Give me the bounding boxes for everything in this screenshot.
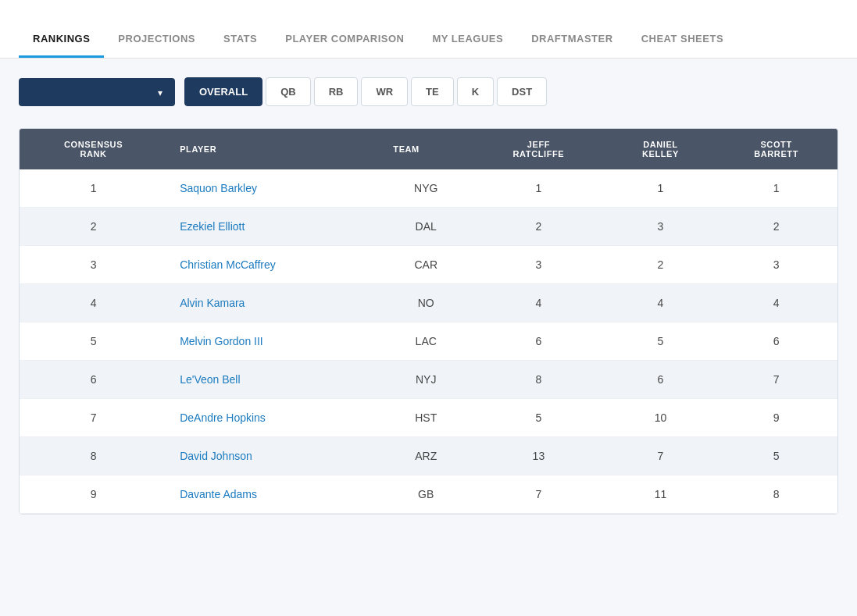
cell-team: DAL <box>380 208 471 246</box>
position-button-qb[interactable]: QB <box>266 77 311 106</box>
nav-item-cheat-sheets[interactable]: CHEAT SHEETS <box>627 22 737 58</box>
cell-scott-barrett: 2 <box>715 208 837 246</box>
nav-item-projections[interactable]: PROJECTIONS <box>104 22 209 58</box>
nav-item-stats[interactable]: STATS <box>209 22 271 58</box>
position-button-wr[interactable]: WR <box>361 77 408 106</box>
ranking-type-dropdown[interactable]: ▾ <box>19 78 175 106</box>
cell-team: NYG <box>380 169 471 208</box>
cell-scott-barrett: 7 <box>715 361 837 399</box>
column-header-jeff-ratcliffe: JEFFRATCLIFFE <box>471 129 606 169</box>
cell-jeff-ratcliffe: 7 <box>471 475 606 514</box>
cell-player-name[interactable]: David Johnson <box>167 437 380 475</box>
cell-jeff-ratcliffe: 1 <box>471 169 606 208</box>
cell-scott-barrett: 1 <box>715 169 837 208</box>
cell-daniel-kelley: 1 <box>606 169 716 208</box>
rankings-table-wrapper: CONSENSUSRANKPLAYERTEAMJEFFRATCLIFFEDANI… <box>19 128 838 515</box>
cell-team: LAC <box>380 322 471 361</box>
cell-scott-barrett: 3 <box>715 246 837 284</box>
nav-item-rankings[interactable]: RANKINGS <box>19 22 104 58</box>
ranking-type-value: ▾ <box>31 87 162 98</box>
table-row: 6Le'Veon BellNYJ867 <box>20 361 837 399</box>
cell-player-name[interactable]: Saquon Barkley <box>167 169 380 208</box>
table-row: 2Ezekiel ElliottDAL232 <box>20 208 837 246</box>
cell-consensus-rank: 5 <box>20 322 167 361</box>
cell-consensus-rank: 8 <box>20 437 167 475</box>
cell-daniel-kelley: 7 <box>606 437 716 475</box>
column-header-team: TEAM <box>380 129 471 169</box>
table-row: 1Saquon BarkleyNYG111 <box>20 169 837 208</box>
cell-consensus-rank: 4 <box>20 284 167 322</box>
main-content: ▾ OVERALLQBRBWRTEKDST CONSENSUSRANKPLAYE… <box>0 59 857 533</box>
cell-daniel-kelley: 6 <box>606 361 716 399</box>
cell-jeff-ratcliffe: 4 <box>471 284 606 322</box>
cell-consensus-rank: 9 <box>20 475 167 514</box>
header: RANKINGSPROJECTIONSSTATSPLAYER COMPARISO… <box>0 0 857 59</box>
cell-team: GB <box>380 475 471 514</box>
cell-daniel-kelley: 2 <box>606 246 716 284</box>
position-button-overall[interactable]: OVERALL <box>184 77 262 106</box>
cell-scott-barrett: 5 <box>715 437 837 475</box>
nav-item-player-comparison[interactable]: PLAYER COMPARISON <box>271 22 418 58</box>
cell-jeff-ratcliffe: 6 <box>471 322 606 361</box>
position-filter-group: OVERALLQBRBWRTEKDST <box>184 77 547 106</box>
cell-player-name[interactable]: Alvin Kamara <box>167 284 380 322</box>
cell-scott-barrett: 4 <box>715 284 837 322</box>
cell-consensus-rank: 2 <box>20 208 167 246</box>
column-header-scott-barrett: SCOTTBARRETT <box>715 129 837 169</box>
cell-daniel-kelley: 4 <box>606 284 716 322</box>
table-row: 8David JohnsonARZ1375 <box>20 437 837 475</box>
cell-jeff-ratcliffe: 8 <box>471 361 606 399</box>
column-header-player: PLAYER <box>167 129 380 169</box>
cell-player-name[interactable]: Le'Veon Bell <box>167 361 380 399</box>
cell-scott-barrett: 9 <box>715 399 837 437</box>
cell-consensus-rank: 6 <box>20 361 167 399</box>
position-button-dst[interactable]: DST <box>497 77 547 106</box>
cell-team: NO <box>380 284 471 322</box>
cell-scott-barrett: 8 <box>715 475 837 514</box>
cell-consensus-rank: 7 <box>20 399 167 437</box>
cell-player-name[interactable]: Melvin Gordon III <box>167 322 380 361</box>
cell-daniel-kelley: 10 <box>606 399 716 437</box>
controls-bar: ▾ OVERALLQBRBWRTEKDST <box>19 77 838 106</box>
cell-player-name[interactable]: Davante Adams <box>167 475 380 514</box>
chevron-down-icon: ▾ <box>158 87 162 98</box>
cell-player-name[interactable]: Christian McCaffrey <box>167 246 380 284</box>
cell-player-name[interactable]: Ezekiel Elliott <box>167 208 380 246</box>
cell-consensus-rank: 3 <box>20 246 167 284</box>
cell-jeff-ratcliffe: 5 <box>471 399 606 437</box>
position-button-k[interactable]: K <box>457 77 494 106</box>
cell-daniel-kelley: 11 <box>606 475 716 514</box>
cell-jeff-ratcliffe: 3 <box>471 246 606 284</box>
position-button-te[interactable]: TE <box>411 77 454 106</box>
main-nav: RANKINGSPROJECTIONSSTATSPLAYER COMPARISO… <box>19 22 838 58</box>
rankings-table: CONSENSUSRANKPLAYERTEAMJEFFRATCLIFFEDANI… <box>20 129 837 514</box>
cell-daniel-kelley: 3 <box>606 208 716 246</box>
cell-team: HST <box>380 399 471 437</box>
column-header-consensus-rank: CONSENSUSRANK <box>20 129 167 169</box>
cell-team: CAR <box>380 246 471 284</box>
table-row: 3Christian McCaffreyCAR323 <box>20 246 837 284</box>
cell-jeff-ratcliffe: 2 <box>471 208 606 246</box>
cell-scott-barrett: 6 <box>715 322 837 361</box>
app-title <box>19 12 838 22</box>
cell-daniel-kelley: 5 <box>606 322 716 361</box>
nav-item-my-leagues[interactable]: MY LEAGUES <box>418 22 517 58</box>
table-row: 4Alvin KamaraNO444 <box>20 284 837 322</box>
table-row: 7DeAndre HopkinsHST5109 <box>20 399 837 437</box>
position-button-rb[interactable]: RB <box>314 77 359 106</box>
table-row: 9Davante AdamsGB7118 <box>20 475 837 514</box>
cell-player-name[interactable]: DeAndre Hopkins <box>167 399 380 437</box>
cell-consensus-rank: 1 <box>20 169 167 208</box>
cell-team: ARZ <box>380 437 471 475</box>
cell-jeff-ratcliffe: 13 <box>471 437 606 475</box>
nav-item-draftmaster[interactable]: DRAFTMASTER <box>517 22 627 58</box>
cell-team: NYJ <box>380 361 471 399</box>
table-row: 5Melvin Gordon IIILAC656 <box>20 322 837 361</box>
column-header-daniel-kelley: DANIELKELLEY <box>606 129 716 169</box>
